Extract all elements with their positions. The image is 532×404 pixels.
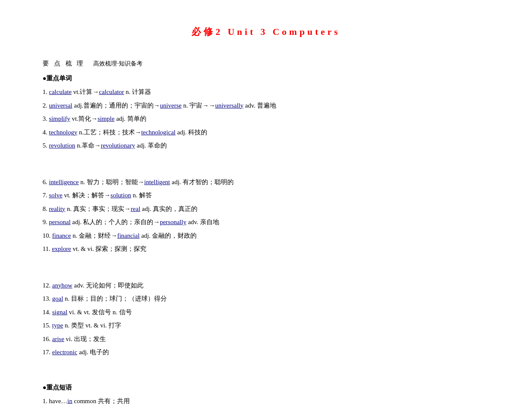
section-desc: 高效梳理·知识备考: [93, 60, 143, 68]
list-item: 13. goal n. 目标；目的；球门；（进球）得分: [43, 293, 489, 304]
list-item: 1. calculate vt.计算→calculator n. 计算器: [43, 87, 489, 98]
list-item: 4. technology n.工艺；科技；技术→technological a…: [43, 127, 489, 138]
list-item: 12. anyhow adv. 无论如何；即使如此: [43, 280, 489, 291]
list-item: 6. intelligence n. 智力；聪明；智能→intelligent …: [43, 177, 489, 188]
list-item: 7. solve vt. 解决；解答→solution n. 解答: [43, 190, 489, 201]
list-item: 14. signal vi. & vt. 发信号 n. 信号: [43, 307, 489, 318]
phrase-heading: ●重点短语: [43, 384, 489, 392]
list-item: 8. reality n. 真实；事实；现实→real adj. 真实的，真正的: [43, 204, 489, 215]
list-item: 9. personal adj. 私人的；个人的；亲自的→personally …: [43, 217, 489, 228]
word-list-1: 1. calculate vt.计算→calculator n. 计算器2. u…: [43, 87, 489, 151]
list-item: 10. finance n. 金融；财经→financial adj. 金融的，…: [43, 230, 489, 242]
word-list-2: 6. intelligence n. 智力；聪明；智能→intelligent …: [43, 177, 489, 255]
phrase-list: 1. have…in common 共有；共用2. from…on 从……时起3…: [43, 396, 489, 404]
list-item: 11. explore vt. & vi. 探索；探测；探究: [43, 244, 489, 255]
word-list-3: 12. anyhow adv. 无论如何；即使如此13. goal n. 目标；…: [43, 280, 489, 358]
list-item: 1. have…in common 共有；共用: [43, 396, 489, 404]
list-item: 16. arise vi. 出现；发生: [43, 334, 489, 345]
list-item: 5. revolution n.革命→revolutionary adj. 革命…: [43, 140, 489, 151]
list-item: 3. simplify vt.简化→simple adj. 简单的: [43, 114, 489, 125]
page-title: 必修2 Unit 3 Computers: [43, 26, 489, 38]
vocab-heading: ●重点单词: [43, 74, 489, 83]
list-item: 17. electronic adj. 电子的: [43, 347, 489, 358]
section-header: 要 点 梳 理: [43, 60, 85, 68]
list-item: 15. type n. 类型 vt. & vi. 打字: [43, 320, 489, 331]
list-item: 2. universal adj.普遍的；通用的；宇宙的→universe n.…: [43, 100, 489, 111]
section-header-row: 要 点 梳 理 高效梳理·知识备考: [43, 60, 489, 73]
